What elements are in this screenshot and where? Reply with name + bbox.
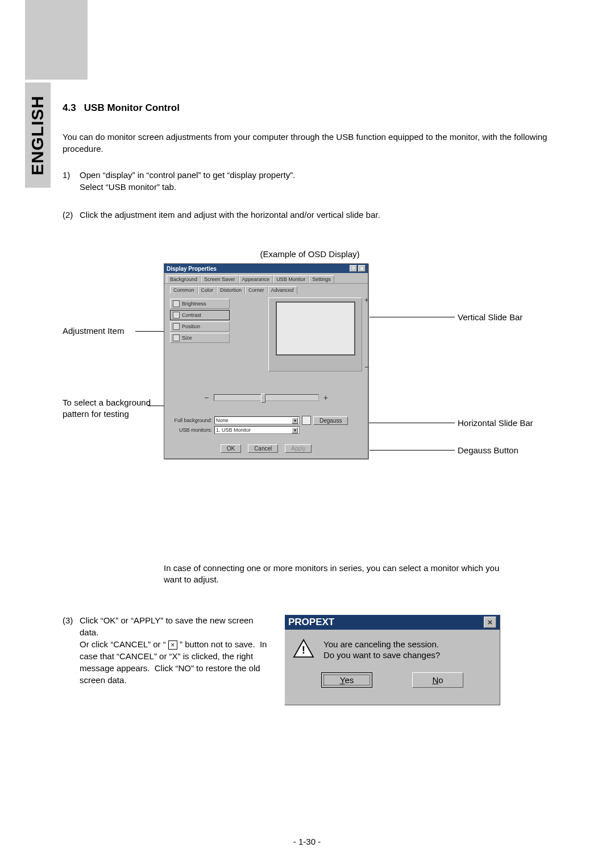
figure-zone: Adjustment Item To select a background p… [63, 263, 557, 559]
step-3: (3) Click “OK” or “APPLY” to save the ne… [63, 614, 273, 686]
intro-paragraph: You can do monitor screen adjustments fr… [63, 131, 557, 155]
item-brightness-label: Brightness [182, 301, 206, 307]
adjustment-item-list: Brightness Contrast Position Size [170, 297, 230, 344]
size-icon [173, 334, 180, 341]
monitor-preview [268, 297, 362, 371]
annotation-adjustment-item: Adjustment Item [63, 326, 124, 336]
annotation-hslide: Horizontal Slide Bar [458, 418, 533, 428]
item-position[interactable]: Position [170, 321, 230, 332]
usb-monitors-value: 1. USB Monitor [216, 427, 251, 433]
chevron-down-icon: ▾ [292, 427, 298, 433]
step-1-line1: Open “display” in “control panel” to get… [80, 169, 557, 181]
plus-icon: + [364, 295, 369, 304]
horizontal-slider[interactable] [214, 394, 319, 401]
help-button[interactable]: ? [350, 265, 357, 272]
subtab-color[interactable]: Color [198, 286, 217, 294]
minus-icon: − [364, 362, 369, 371]
ok-button[interactable]: OK [221, 444, 241, 453]
close-button[interactable]: X [358, 265, 366, 272]
page-number: - 1-30 - [0, 837, 614, 846]
tab-usb-monitor[interactable]: USB Monitor [273, 275, 309, 283]
item-brightness[interactable]: Brightness [170, 299, 230, 309]
full-bg-label: Full background: [170, 418, 212, 423]
propext-title-text: PROPEXT [288, 617, 334, 628]
dialog-title: Display Properties [167, 266, 217, 272]
step-3-number: (3) [63, 614, 80, 686]
display-properties-dialog: Display Properties ? X Background Screen… [164, 263, 368, 459]
apply-button[interactable]: Apply [285, 444, 312, 453]
subtab-common[interactable]: Common [170, 286, 198, 294]
usb-monitors-label: USB monitors: [170, 427, 212, 433]
annotation-bg-select: To select a background pattern for testi… [63, 397, 151, 419]
item-size-label: Size [182, 335, 192, 341]
series-note: In case of connecting one or more monito… [164, 563, 516, 586]
item-contrast[interactable]: Contrast [170, 310, 230, 320]
top-gray-block [25, 0, 88, 80]
no-button[interactable]: No [412, 672, 463, 688]
dialog-titlebar: Display Properties ? X [164, 264, 368, 273]
cancel-button[interactable]: Cancel [248, 444, 278, 453]
language-tab: ENGLISH [25, 82, 51, 188]
position-icon [173, 323, 180, 330]
slider-thumb[interactable] [261, 394, 265, 403]
language-label: ENGLISH [28, 95, 48, 175]
chevron-down-icon: ▾ [292, 418, 298, 424]
item-size[interactable]: Size [170, 333, 230, 343]
main-tab-row: Background Screen Saver Appearance USB M… [164, 273, 368, 284]
step-1: 1) Open “display” in “control panel” to … [63, 169, 557, 193]
step-3-text: Click “OK” or “APPLY” to save the new sc… [80, 614, 273, 686]
item-position-label: Position [182, 324, 200, 329]
warning-icon: ! [293, 639, 314, 658]
tab-background[interactable]: Background [167, 275, 201, 283]
step-2: (2) Click the adjustment item and adjust… [63, 209, 557, 221]
section-title: USB Monitor Control [84, 102, 180, 113]
sub-tab-row: Common Color Distortion Corner Advanced [164, 284, 368, 294]
subtab-corner[interactable]: Corner [245, 286, 268, 294]
section-heading: 4.3 USB Monitor Control [63, 102, 557, 114]
propext-line2: Do you want to save changes? [323, 650, 440, 661]
leader-line [370, 317, 455, 317]
step-1-line2: Select “USB monitor” tab. [80, 181, 557, 193]
propext-dialog: PROPEXT × ! You are canceling the sessio… [284, 614, 500, 705]
degauss-button[interactable]: Degauss [313, 416, 348, 425]
subtab-advanced[interactable]: Advanced [268, 286, 297, 294]
full-bg-value: None [216, 418, 229, 423]
item-contrast-label: Contrast [182, 312, 201, 318]
step-2-number: (2) [63, 209, 80, 221]
leader-line [370, 450, 455, 450]
propext-message: You are canceling the session. Do you wa… [323, 639, 440, 661]
usb-monitors-combo[interactable]: 1. USB Monitor▾ [214, 426, 300, 434]
degauss-icon [302, 416, 311, 425]
brightness-icon [173, 300, 180, 307]
annotation-vslide: Vertical Slide Bar [458, 312, 522, 322]
tab-screensaver[interactable]: Screen Saver [201, 275, 239, 283]
section-number: 4.3 [63, 102, 76, 113]
propext-line1: You are canceling the session. [323, 639, 440, 650]
contrast-icon [173, 312, 180, 319]
minus-icon: − [204, 393, 209, 402]
subtab-distortion[interactable]: Distortion [217, 286, 245, 294]
x-icon: × [168, 640, 177, 650]
dialog-button-row: OK Cancel Apply [164, 440, 368, 458]
tab-appearance[interactable]: Appearance [239, 275, 273, 283]
tab-settings[interactable]: Settings [309, 275, 334, 283]
leader-line [135, 331, 167, 332]
yes-button[interactable]: Yes [321, 672, 372, 688]
step-1-number: 1) [63, 169, 80, 193]
example-caption: (Example of OSD Display) [63, 249, 557, 259]
propext-titlebar: PROPEXT × [285, 615, 500, 630]
full-bg-combo[interactable]: None▾ [214, 416, 300, 424]
preview-screen [276, 301, 355, 356]
close-icon[interactable]: × [484, 617, 496, 628]
annotation-degauss: Degauss Button [458, 445, 518, 455]
plus-icon: + [323, 393, 328, 402]
svg-text:!: ! [302, 644, 305, 656]
step-2-text: Click the adjustment item and adjust wit… [80, 209, 557, 221]
